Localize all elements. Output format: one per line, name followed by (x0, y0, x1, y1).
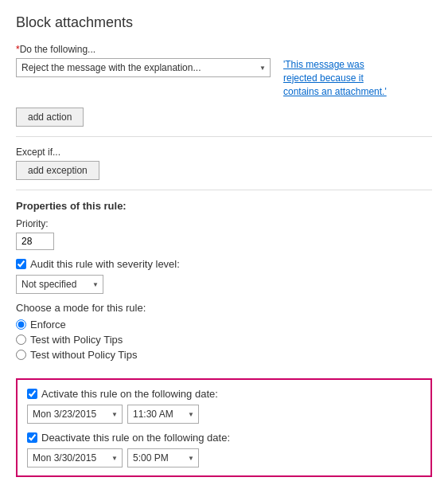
add-action-button[interactable]: add action (16, 108, 84, 127)
severity-select[interactable]: Not specified Low Medium High (16, 275, 103, 294)
deactivate-time-select[interactable]: 5:00 PM (127, 448, 199, 467)
activate-label: Activate this rule on the following date… (41, 388, 218, 400)
mode-label: Choose a mode for this rule: (16, 302, 432, 314)
do-following-select[interactable]: Reject the message with the explanation.… (16, 58, 271, 77)
priority-input[interactable] (16, 233, 54, 250)
test-without-tips-radio[interactable] (16, 350, 26, 360)
divider-2 (16, 190, 432, 190)
divider-1 (16, 136, 432, 137)
activate-date-select[interactable]: Mon 3/23/2015 (27, 405, 123, 424)
page-title: Block attachments (16, 14, 432, 31)
enforce-radio[interactable] (16, 319, 26, 330)
activate-time-select[interactable]: 11:30 AM (127, 405, 199, 424)
test-with-tips-label: Test with Policy Tips (30, 334, 123, 346)
rejection-message-link[interactable]: 'This message was rejected because it co… (283, 58, 387, 98)
deactivate-label: Deactivate this rule on the following da… (41, 432, 230, 444)
properties-title: Properties of this rule: (16, 200, 432, 212)
activation-box: Activate this rule on the following date… (16, 378, 432, 477)
do-following-label: *Do the following... (16, 44, 432, 55)
enforce-label: Enforce (30, 319, 66, 331)
audit-checkbox[interactable] (16, 259, 26, 269)
audit-label: Audit this rule with severity level: (30, 258, 180, 270)
activate-checkbox[interactable] (27, 389, 37, 399)
add-exception-button[interactable]: add exception (16, 161, 99, 180)
deactivate-date-select[interactable]: Mon 3/30/2015 (27, 448, 123, 467)
test-with-tips-radio[interactable] (16, 334, 26, 345)
priority-label: Priority: (16, 218, 432, 229)
deactivate-checkbox[interactable] (27, 432, 37, 443)
except-if-label: Except if... (16, 147, 432, 158)
test-without-tips-label: Test without Policy Tips (30, 349, 137, 361)
